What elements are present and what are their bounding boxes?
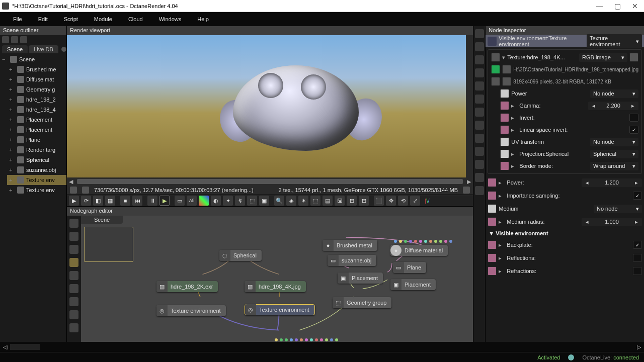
scale-icon[interactable]: ⤢ bbox=[410, 196, 420, 206]
close-icon[interactable]: ✕ bbox=[632, 2, 638, 10]
backplate-checkbox[interactable]: ✓ bbox=[633, 241, 642, 249]
env-type-dropdown[interactable]: Texture environment▾ bbox=[587, 34, 642, 48]
node-exr[interactable]: ▨hdre_198_2K.exr bbox=[156, 281, 218, 292]
maximize-icon[interactable]: ▢ bbox=[614, 2, 621, 10]
node-geometry[interactable]: ⬚Geometry group bbox=[333, 297, 391, 308]
menu-script[interactable]: Script bbox=[56, 13, 86, 25]
insp-tool-icon[interactable] bbox=[475, 134, 484, 143]
viewport-tool-icon[interactable]: ✦ bbox=[223, 196, 233, 206]
node-placement[interactable]: ▣Placement bbox=[338, 273, 383, 284]
insp-tool-icon[interactable] bbox=[475, 29, 484, 38]
power-dropdown[interactable]: No node▾ bbox=[590, 89, 638, 98]
viewport-tool-icon[interactable]: ◧ bbox=[93, 196, 103, 206]
tree-root[interactable]: −Scene bbox=[0, 54, 66, 64]
node-texenv[interactable]: ◎Texture environment bbox=[156, 305, 226, 316]
insp-tool-icon[interactable] bbox=[475, 81, 484, 90]
ng-tool-icon[interactable] bbox=[69, 297, 78, 306]
insp-tool-icon[interactable] bbox=[475, 95, 484, 104]
render-viewport[interactable] bbox=[67, 35, 473, 177]
gamma-field[interactable]: ◂2.200▸ bbox=[588, 102, 638, 110]
tree-item-selected[interactable]: +Texture env bbox=[7, 175, 66, 185]
viewport-tool-icon[interactable]: ▶ bbox=[69, 196, 79, 206]
reload-icon[interactable] bbox=[502, 65, 511, 74]
rotate-icon[interactable]: ⟲ bbox=[398, 196, 408, 206]
node-placement[interactable]: ▣Placement bbox=[390, 279, 436, 290]
menu-edit[interactable]: Edit bbox=[30, 13, 56, 25]
node-suzanne[interactable]: ▭suzanne.obj bbox=[328, 255, 376, 266]
menu-cloud[interactable]: Cloud bbox=[120, 13, 151, 25]
medium-dropdown[interactable]: No node▾ bbox=[594, 205, 642, 213]
ng-tool-icon[interactable] bbox=[69, 219, 78, 228]
tab-livedb[interactable]: Live DB bbox=[29, 45, 58, 53]
bottom-scroll[interactable]: ◁▷ bbox=[0, 342, 644, 352]
zoom-icon[interactable]: 🔍 bbox=[274, 196, 284, 206]
nodegraph-canvas[interactable]: Scene bbox=[81, 216, 473, 342]
refractions-checkbox[interactable] bbox=[633, 267, 642, 275]
viewport-tool-icon[interactable]: ⟳ bbox=[81, 196, 91, 206]
menu-module[interactable]: Module bbox=[86, 13, 120, 25]
ng-tool-icon[interactable] bbox=[69, 310, 78, 319]
tree-item[interactable]: +Render targ bbox=[7, 145, 66, 155]
border-dropdown[interactable]: Wrap around▾ bbox=[590, 162, 638, 170]
viewport-tool-icon[interactable]: ✶ bbox=[298, 196, 308, 206]
tree-item[interactable]: +suzanne.obj bbox=[7, 165, 66, 175]
insp-tool-icon[interactable] bbox=[475, 42, 484, 51]
tab-scene[interactable]: Scene bbox=[2, 45, 28, 53]
wrench-icon[interactable] bbox=[502, 77, 511, 86]
tree-item[interactable]: +Texture env bbox=[7, 185, 66, 195]
move-icon[interactable]: ✥ bbox=[386, 196, 396, 206]
stop-icon[interactable]: ■ bbox=[120, 196, 130, 206]
viewport-tool-icon[interactable]: ◐ bbox=[211, 196, 221, 206]
prev-icon[interactable]: ⏮ bbox=[132, 196, 142, 206]
tree-item[interactable]: +hdre_198_4 bbox=[7, 105, 66, 115]
viewport-tool-icon[interactable]: ⬚ bbox=[310, 196, 320, 206]
importance-checkbox[interactable]: ✓ bbox=[633, 192, 642, 200]
ng-tool-icon[interactable] bbox=[69, 258, 78, 267]
ng-tool-icon[interactable] bbox=[69, 284, 78, 293]
viewport-tool-icon[interactable]: ⊟ bbox=[359, 196, 369, 206]
power-field[interactable]: ◂1.200▸ bbox=[582, 178, 642, 187]
node-plane[interactable]: ▭Plane bbox=[393, 262, 426, 273]
ng-tool-icon[interactable] bbox=[69, 271, 78, 280]
ng-tool-icon[interactable] bbox=[69, 245, 78, 254]
tree-item[interactable]: +Diffuse mat bbox=[7, 74, 66, 84]
insp-tool-icon[interactable] bbox=[475, 160, 484, 169]
outliner-tool-icon[interactable] bbox=[20, 36, 27, 43]
viewport-tool-icon[interactable]: ↯ bbox=[235, 196, 245, 206]
tree-item[interactable]: +hdre_198_2 bbox=[7, 95, 66, 105]
viewport-tool-icon[interactable]: ⊞ bbox=[347, 196, 357, 206]
insp-tool-icon[interactable] bbox=[475, 55, 484, 64]
node-texenv-selected[interactable]: ◎Texture environment bbox=[245, 304, 315, 315]
insp-tool-icon[interactable] bbox=[475, 108, 484, 117]
tree-item[interactable]: +Placement bbox=[7, 125, 66, 135]
viewport-tool-icon[interactable]: ⬚ bbox=[247, 196, 257, 206]
insp-tool-icon[interactable] bbox=[475, 147, 484, 156]
linear-checkbox[interactable]: ✓ bbox=[629, 126, 638, 134]
reflections-checkbox[interactable] bbox=[633, 254, 642, 262]
menu-windows[interactable]: Windows bbox=[151, 13, 190, 25]
tree-item[interactable]: +Spherical bbox=[7, 155, 66, 165]
ng-tool-icon[interactable] bbox=[69, 323, 78, 332]
viewport-tool-icon[interactable]: ▣ bbox=[259, 196, 269, 206]
viewport-hscroll[interactable]: ◀▶ bbox=[67, 177, 473, 186]
tree-item[interactable]: +Placement bbox=[7, 115, 66, 125]
tree-item[interactable]: +Geometry g bbox=[7, 84, 66, 95]
node-jpg[interactable]: ▨hdre_198_4K.jpg bbox=[245, 281, 306, 292]
projection-dropdown[interactable]: Spherical▾ bbox=[590, 150, 638, 158]
play-icon[interactable]: ▶ bbox=[159, 196, 170, 206]
tree-item[interactable]: +Plane bbox=[7, 135, 66, 145]
viewport-tool-icon[interactable]: ◈ bbox=[286, 196, 296, 206]
section-visible-env[interactable]: ▼ Visible environment bbox=[486, 228, 644, 238]
cube-icon[interactable]: ⬛ bbox=[374, 196, 384, 206]
node-diffuse[interactable]: ●Diffuse material bbox=[390, 245, 448, 256]
nodegraph-minimap[interactable] bbox=[84, 227, 133, 262]
menu-file[interactable]: File bbox=[5, 13, 30, 25]
file-icon[interactable] bbox=[491, 65, 500, 74]
viewport-tool-icon[interactable]: ▦ bbox=[105, 196, 115, 206]
insp-tool-icon[interactable] bbox=[475, 121, 484, 130]
tree-item[interactable]: +Brushed me bbox=[7, 64, 66, 74]
nodegraph-scene-label[interactable]: Scene bbox=[81, 216, 123, 224]
viewport-tool-icon[interactable]: ▤ bbox=[323, 196, 333, 206]
minimize-icon[interactable]: — bbox=[596, 2, 603, 10]
viewport-tool-icon[interactable]: 🖫 bbox=[335, 196, 345, 206]
